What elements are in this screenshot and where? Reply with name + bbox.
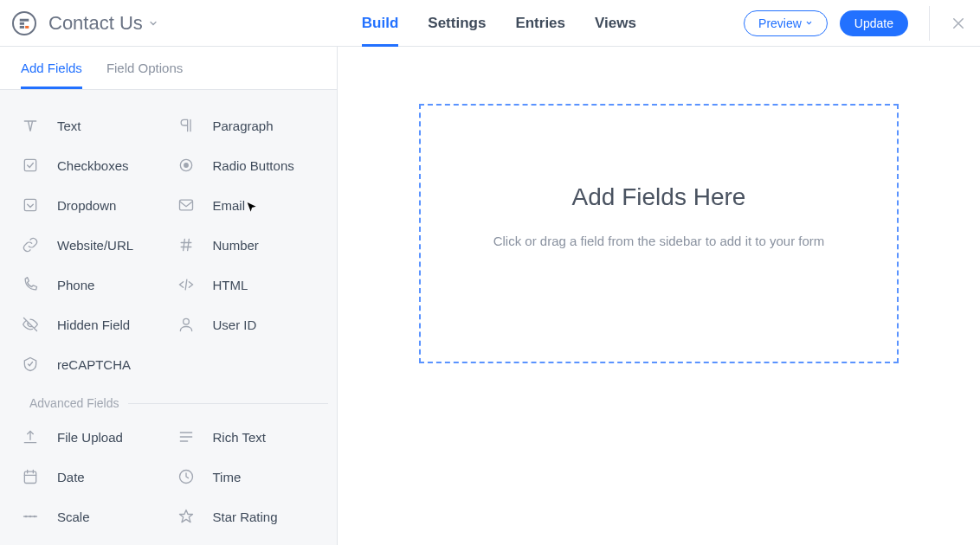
update-label: Update <box>854 16 893 30</box>
field-dropdown[interactable]: Dropdown <box>17 185 173 225</box>
field-label: Text <box>57 119 81 133</box>
dropzone-subtext: Click or drag a field from the sidebar t… <box>493 234 825 248</box>
svg-point-14 <box>34 516 36 518</box>
checkbox-icon <box>21 156 40 175</box>
tab-views[interactable]: Views <box>595 16 636 47</box>
field-label: Phone <box>57 278 94 292</box>
tab-entries[interactable]: Entries <box>515 16 565 47</box>
close-icon <box>951 16 966 31</box>
html-icon <box>177 275 196 294</box>
advanced-fields-grid: File UploadRich TextDateTimeScaleStar Ra… <box>17 417 328 536</box>
fields-panel: TextParagraphCheckboxesRadio ButtonsDrop… <box>0 90 337 545</box>
scale-icon <box>21 507 40 526</box>
preview-label: Preview <box>758 16 802 30</box>
text-icon <box>21 116 40 135</box>
svg-point-9 <box>183 318 189 324</box>
logo-icon <box>18 17 30 29</box>
field-label: Star Rating <box>213 510 278 524</box>
richtext-icon <box>177 427 196 446</box>
field-paragraph[interactable]: Paragraph <box>173 106 329 145</box>
hidden-icon <box>21 315 40 334</box>
form-title: Contact Us <box>48 12 143 35</box>
svg-rect-8 <box>179 200 192 210</box>
form-title-dropdown[interactable]: Contact Us <box>48 12 158 35</box>
field-label: Number <box>213 238 259 253</box>
dropzone[interactable]: Add Fields Here Click or drag a field fr… <box>419 104 899 363</box>
close-button[interactable] <box>951 16 966 31</box>
field-recaptcha[interactable]: reCAPTCHA <box>17 344 173 384</box>
field-number[interactable]: Number <box>173 225 329 265</box>
field-label: Checkboxes <box>57 158 129 173</box>
upload-icon <box>21 427 40 446</box>
svg-rect-0 <box>20 18 29 21</box>
basic-fields-grid: TextParagraphCheckboxesRadio ButtonsDrop… <box>17 106 328 384</box>
svg-point-6 <box>184 163 189 168</box>
sidebar-tab-field-options[interactable]: Field Options <box>106 61 183 89</box>
body: Add Fields Field Options TextParagraphCh… <box>0 47 980 545</box>
field-label: Radio Buttons <box>213 158 294 173</box>
email-icon <box>177 196 196 215</box>
field-email[interactable]: Email <box>173 185 329 225</box>
sidebar-tab-add-fields[interactable]: Add Fields <box>21 61 82 89</box>
svg-rect-1 <box>20 22 24 24</box>
field-label: Hidden Field <box>57 317 130 332</box>
field-label: Scale <box>57 510 90 524</box>
tab-build[interactable]: Build <box>362 16 399 47</box>
phone-icon <box>21 275 40 294</box>
field-label: Paragraph <box>213 119 274 133</box>
dropdown-icon <box>21 196 40 215</box>
field-scale[interactable]: Scale <box>17 497 173 536</box>
update-button[interactable]: Update <box>840 10 908 36</box>
field-checkbox[interactable]: Checkboxes <box>17 145 173 185</box>
vertical-divider <box>929 6 930 41</box>
main-tabs: Build Settings Entries Views <box>362 0 636 47</box>
tab-settings[interactable]: Settings <box>428 16 486 47</box>
field-label: Email <box>213 198 246 213</box>
star-icon <box>177 507 196 526</box>
field-label: Dropdown <box>57 198 116 213</box>
field-time[interactable]: Time <box>173 457 329 497</box>
caret-down-icon <box>805 19 813 27</box>
field-html[interactable]: HTML <box>173 265 329 305</box>
svg-point-12 <box>25 516 28 518</box>
field-user[interactable]: User ID <box>173 305 329 344</box>
field-label: Website/URL <box>57 238 133 253</box>
field-radio[interactable]: Radio Buttons <box>173 145 329 185</box>
svg-rect-3 <box>25 25 29 28</box>
field-date[interactable]: Date <box>17 457 173 497</box>
svg-rect-10 <box>24 471 35 483</box>
user-icon <box>177 315 196 334</box>
radio-icon <box>177 156 196 175</box>
dropzone-heading: Add Fields Here <box>572 183 746 211</box>
date-icon <box>21 467 40 486</box>
field-label: HTML <box>213 278 248 292</box>
field-hidden[interactable]: Hidden Field <box>17 305 173 344</box>
field-label: Date <box>57 470 85 484</box>
paragraph-icon <box>177 116 196 135</box>
field-label: File Upload <box>57 430 123 445</box>
app-logo <box>12 11 36 35</box>
field-label: Rich Text <box>213 430 266 445</box>
chevron-down-icon <box>148 18 158 29</box>
number-icon <box>177 235 196 254</box>
topbar: Contact Us Build Settings Entries Views … <box>0 0 980 47</box>
sidebar-tabs: Add Fields Field Options <box>0 47 337 90</box>
advanced-fields-label: Advanced Fields <box>29 396 119 410</box>
field-star[interactable]: Star Rating <box>173 497 329 536</box>
recaptcha-icon <box>21 355 40 374</box>
field-phone[interactable]: Phone <box>17 265 173 305</box>
svg-point-13 <box>29 516 32 518</box>
divider-line <box>128 403 328 404</box>
advanced-fields-heading: Advanced Fields <box>17 396 328 410</box>
field-url[interactable]: Website/URL <box>17 225 173 265</box>
sidebar: Add Fields Field Options TextParagraphCh… <box>0 47 338 545</box>
form-canvas: Add Fields Here Click or drag a field fr… <box>338 47 980 545</box>
field-upload[interactable]: File Upload <box>17 417 173 457</box>
field-text[interactable]: Text <box>17 106 173 145</box>
time-icon <box>177 467 196 486</box>
topbar-actions: Preview Update <box>744 6 966 41</box>
svg-rect-7 <box>24 199 35 210</box>
preview-button[interactable]: Preview <box>744 10 828 36</box>
field-richtext[interactable]: Rich Text <box>173 417 329 457</box>
url-icon <box>21 235 40 254</box>
